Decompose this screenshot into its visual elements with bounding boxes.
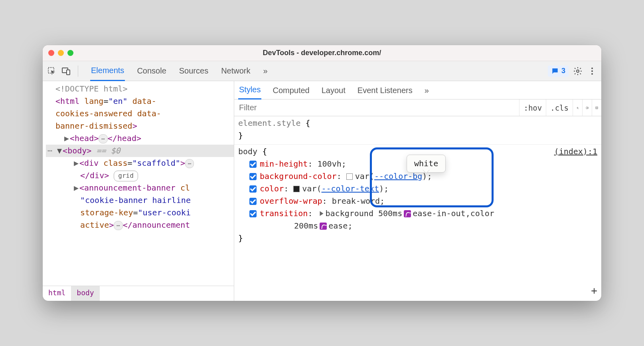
devtools-window: DevTools - developer.chrome.com/ Element… xyxy=(43,45,601,301)
tab-sources[interactable]: Sources xyxy=(178,62,209,80)
titlebar: DevTools - developer.chrome.com/ xyxy=(43,45,601,61)
filter-input[interactable] xyxy=(234,101,519,115)
subtab-layout[interactable]: Layout xyxy=(321,82,346,99)
svg-rect-7 xyxy=(586,107,588,109)
color-swatch-icon[interactable] xyxy=(293,186,300,192)
decl-overflow-wrap[interactable]: overflow-wrap: break-word; xyxy=(238,195,597,207)
close-window-icon[interactable] xyxy=(48,50,54,56)
toggle-checkbox[interactable] xyxy=(249,210,257,217)
inspect-element-icon[interactable] xyxy=(47,66,57,76)
dom-html-open[interactable]: <html lang="en" data- xyxy=(46,95,234,107)
dom-head[interactable]: ▶<head>⋯</head> xyxy=(46,132,234,145)
dom-scaffold[interactable]: ▶<div class="scaffold">⋯ xyxy=(46,157,234,169)
dom-html-open-3[interactable]: banner-dismissed> xyxy=(46,120,234,132)
tab-network[interactable]: Network xyxy=(220,62,251,80)
timing-function-icon[interactable] xyxy=(320,223,327,230)
decl-transition[interactable]: transition: background 500ms ease-in-out… xyxy=(238,207,597,220)
css-var-link[interactable]: --color-text xyxy=(321,183,379,195)
subtab-overflow[interactable]: » xyxy=(424,82,430,99)
svg-rect-2 xyxy=(67,70,70,75)
styles-subtabs: Styles Computed Layout Event Listeners » xyxy=(234,81,601,99)
subtab-event-listeners[interactable]: Event Listeners xyxy=(357,82,413,99)
toggle-checkbox[interactable] xyxy=(249,198,257,205)
main-tabs: Elements Console Sources Network » xyxy=(90,61,269,81)
traffic-lights xyxy=(48,50,73,56)
decl-transition-cont[interactable]: 200ms ease; xyxy=(238,220,597,232)
crumb-html[interactable]: html xyxy=(43,286,71,301)
zoom-window-icon[interactable] xyxy=(67,50,73,56)
selector-element-style[interactable]: element.style xyxy=(238,118,301,128)
rule-element-style[interactable]: element.style { } xyxy=(234,116,601,145)
dom-announcement[interactable]: ▶<announcement-banner cl xyxy=(46,182,234,194)
toggle-checkbox[interactable] xyxy=(249,173,257,180)
hov-toggle[interactable]: :hov xyxy=(519,99,546,116)
window-title: DevTools - developer.chrome.com/ xyxy=(263,49,381,57)
dom-announcement-4[interactable]: active>⋯</announcement xyxy=(46,219,234,231)
tab-overflow[interactable]: » xyxy=(263,62,269,80)
subtab-styles[interactable]: Styles xyxy=(238,81,261,99)
add-declaration-icon[interactable]: + xyxy=(591,282,597,298)
breadcrumb: html body xyxy=(43,286,234,301)
device-toolbar-icon[interactable] xyxy=(61,66,71,76)
svg-point-3 xyxy=(577,70,579,72)
kebab-menu-icon[interactable] xyxy=(587,66,597,76)
rule-source-link[interactable]: (index):1 xyxy=(554,145,597,158)
main-toolbar: Elements Console Sources Network » 3 xyxy=(43,61,601,81)
dom-html-open-2[interactable]: cookies-answered data- xyxy=(46,107,234,120)
selector-body[interactable]: body xyxy=(238,147,257,156)
svg-point-5 xyxy=(591,70,593,72)
svg-point-4 xyxy=(591,68,593,69)
issues-count: 3 xyxy=(561,67,565,75)
toggle-checkbox[interactable] xyxy=(249,185,257,193)
new-style-rule-icon[interactable] xyxy=(573,99,582,116)
grid-badge[interactable]: grid xyxy=(114,171,138,181)
styles-pane[interactable]: element.style { } body { (index):1 min-h… xyxy=(234,116,601,301)
tab-elements[interactable]: Elements xyxy=(90,61,125,81)
color-swatch-icon[interactable] xyxy=(346,173,353,180)
value-tooltip: white xyxy=(407,155,446,173)
styles-filterbar: :hov .cls xyxy=(234,99,601,116)
settings-icon[interactable] xyxy=(573,66,583,76)
computed-sidebar-icon[interactable] xyxy=(592,99,601,116)
elements-panel: <!DOCTYPE html> <html lang="en" data- co… xyxy=(43,81,234,301)
separator xyxy=(78,66,78,77)
styles-panel: Styles Computed Layout Event Listeners »… xyxy=(234,81,601,301)
tab-console[interactable]: Console xyxy=(136,62,167,80)
rendering-emulations-icon[interactable] xyxy=(582,99,592,116)
content-area: <!DOCTYPE html> <html lang="en" data- co… xyxy=(43,81,601,301)
issues-badge[interactable]: 3 xyxy=(548,66,569,77)
dom-announcement-2[interactable]: "cookie-banner hairline xyxy=(46,194,234,207)
timing-function-icon[interactable] xyxy=(404,210,411,217)
crumb-body[interactable]: body xyxy=(71,286,99,301)
minimize-window-icon[interactable] xyxy=(58,50,64,56)
decl-color[interactable]: color: var(--color-text); xyxy=(238,183,597,195)
expand-shorthand-icon[interactable] xyxy=(320,211,323,216)
dom-tree[interactable]: <!DOCTYPE html> <html lang="en" data- co… xyxy=(43,81,234,286)
dom-doctype[interactable]: <!DOCTYPE html> xyxy=(46,83,234,95)
cls-toggle[interactable]: .cls xyxy=(546,99,573,116)
svg-point-6 xyxy=(591,73,593,75)
dom-body-selected[interactable]: ⋯ ▼<body> == $0 xyxy=(46,145,234,157)
dom-scaffold-close[interactable]: </div> grid xyxy=(46,169,234,182)
subtab-computed[interactable]: Computed xyxy=(272,82,310,99)
dom-announcement-3[interactable]: storage-key="user-cooki xyxy=(46,207,234,219)
toggle-checkbox[interactable] xyxy=(249,161,257,168)
